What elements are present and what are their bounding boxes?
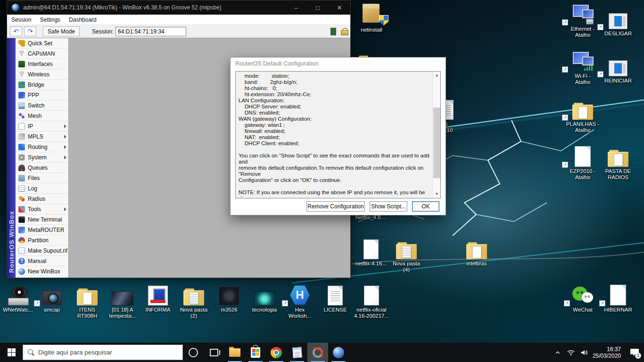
desktop-icon-netflix416[interactable]: netflix-4.16... [353, 237, 389, 267]
window-title: admin@64:D1:54:71:19:34 (MikroTik) - Win… [23, 4, 285, 11]
maximize-button[interactable]: □ [307, 0, 329, 15]
safe-mode-button[interactable]: Safe Mode [43, 26, 80, 36]
desktop-icon-wechat[interactable]: WeChat [565, 283, 601, 313]
desktop-icon-ezp2010[interactable]: EZP2010 - Atalho [563, 144, 603, 181]
remove-configuration-button[interactable]: Remove Configuration [306, 201, 365, 212]
minimize-button[interactable]: – [285, 0, 307, 15]
desktop-icon-netinstall[interactable]: netinstall [355, 3, 388, 33]
desktop-icon-intelbras[interactable]: intelbras [460, 237, 494, 267]
desktop-icon-label: Nova pasta (4) [389, 261, 423, 273]
sidebar-item-new-terminal[interactable]: New Terminal [16, 214, 68, 225]
session-input[interactable] [116, 27, 186, 36]
antenna-icon [18, 50, 25, 57]
desktop-icon-hex-workshop[interactable]: Hex Worksh... [283, 283, 317, 319]
undo-button[interactable]: ↶ [10, 26, 22, 36]
show-script-button[interactable]: Show Script... [370, 201, 407, 212]
sidebar-item-routing[interactable]: Routing [16, 142, 68, 152]
sidebar-item-ip[interactable]: IP [16, 121, 68, 132]
desktop-icon-label: Wi-Fi - Atalho [563, 73, 603, 85]
sidebar-item-interfaces[interactable]: Interfaces [16, 59, 68, 69]
desktop-icon-label: DESLIGAR [598, 31, 638, 37]
desktop-icon-nova-pasta-4[interactable]: Nova pasta (4) [389, 237, 423, 273]
window-titlebar[interactable]: admin@64:D1:54:71:19:34 (MikroTik) - Win… [7, 0, 350, 15]
desktop-icon-nova-pasta-2[interactable]: Nova pasta (2) [177, 283, 211, 319]
sidebar-item-queues[interactable]: Queues [16, 163, 68, 173]
lock-icon [341, 28, 347, 35]
desktop-icon-netflix-oficial[interactable]: netflix-oficial 4.16-200217... [353, 283, 390, 319]
folder-documents-icon [177, 283, 211, 305]
sidebar-item-new-winbox[interactable]: New WinBox [16, 266, 68, 277]
taskbar-active-app[interactable] [307, 343, 328, 362]
action-center-button[interactable]: 1 [625, 343, 644, 362]
desktop-icon-license[interactable]: LICENSE [318, 283, 352, 313]
redo-button[interactable]: ↷ [24, 26, 36, 36]
desktop-icon-reiniciar[interactable]: REINICIAR [598, 54, 638, 84]
sidebar-item-manual[interactable]: Manual [16, 256, 68, 266]
desktop-icon-m3526[interactable]: m3526 [212, 283, 246, 313]
taskbar-clock[interactable]: 16:37 25/03/2020 [591, 346, 625, 359]
clock-date: 25/03/2020 [593, 353, 621, 359]
desktop-icon-label: WeChat [565, 307, 601, 313]
start-button[interactable] [0, 343, 23, 362]
menu-dashboard[interactable]: Dashboard [65, 16, 101, 23]
shortcut-arrow-icon [599, 300, 605, 306]
desktop-icon-label: Ethernet - Atalho [563, 26, 603, 38]
sidebar-item-bridge[interactable]: Bridge [16, 80, 68, 90]
taskbar-winbox[interactable] [328, 343, 349, 362]
desktop-icon-wnetwatcher[interactable]: WNetWatc... [1, 283, 35, 313]
desktop-icon-wifi[interactable]: Wi-Fi - Atalho [563, 49, 603, 85]
desktop-icon-ethernet[interactable]: Ethernet - Atalho [563, 2, 603, 38]
desktop-icon-label: PLANILHAS - Atalho [563, 121, 603, 133]
desktop-icon-pasta-de-radios[interactable]: PASTA DE RADIOS [598, 144, 638, 181]
ok-button[interactable]: OK [412, 201, 439, 212]
desktop-icon-label: amcap [35, 307, 69, 313]
wifi-computer-icon [563, 49, 603, 72]
close-button[interactable]: ✕ [329, 0, 350, 15]
scrollbar[interactable]: ▲ ▼ [432, 72, 440, 198]
wifi-icon [567, 349, 575, 356]
sidebar-item-log[interactable]: Log [16, 183, 68, 194]
sidebar-item-capsman[interactable]: CAPsMAN [16, 49, 68, 59]
search-input[interactable] [38, 349, 178, 356]
desktop-icon-label: LICENSE [318, 307, 352, 313]
desktop-icon-tecnologia[interactable]: tecnologia [248, 283, 281, 313]
menu-session[interactable]: Session [7, 16, 36, 23]
sidebar-item-ppp[interactable]: PPP [16, 90, 68, 100]
tray-overflow-button[interactable] [551, 343, 564, 362]
taskbar-store[interactable] [245, 343, 266, 362]
taskbar-notepad[interactable] [287, 343, 307, 362]
desktop-icon-hibernar[interactable]: HIBERNAR [600, 283, 636, 313]
sidebar-item-metarouter[interactable]: MetaROUTER [16, 225, 68, 235]
desktop-icon-informa[interactable]: INFORMA [141, 283, 175, 313]
network-computer-icon [563, 2, 603, 25]
sidebar-item-make-supout[interactable]: Make Supout.rif [16, 246, 68, 256]
desktop-icon-label: tecnologia [248, 307, 281, 313]
sidebar-item-mesh[interactable]: Mesh [16, 111, 68, 121]
tray-wifi[interactable] [564, 343, 578, 362]
taskbar-file-explorer[interactable] [224, 343, 245, 362]
sidebar-item-system[interactable]: System [16, 152, 68, 163]
sidebar-item-tools[interactable]: Tools [16, 204, 68, 214]
scroll-down-icon[interactable]: ▼ [433, 190, 441, 198]
sidebar-item-files[interactable]: Files [16, 173, 68, 183]
scrollbar-thumb[interactable] [433, 107, 440, 178]
menu-settings[interactable]: Settings [36, 16, 65, 23]
desktop-icon-desligar[interactable]: DESLIGAR [598, 7, 638, 37]
desktop-icon-itens-rt908h[interactable]: ITENS RT908H [70, 283, 104, 319]
sidebar-item-mpls[interactable]: MPLS [16, 132, 68, 142]
cortana-button[interactable] [183, 343, 204, 362]
tray-volume[interactable] [578, 343, 591, 362]
taskbar-chrome[interactable] [266, 343, 287, 362]
sidebar-item-quick-set[interactable]: Quick Set [16, 38, 68, 49]
sidebar-item-partition[interactable]: Partition [16, 235, 68, 246]
desktop-icon-planilhas[interactable]: PLANILHAS - Atalho [563, 97, 603, 133]
scroll-up-icon[interactable]: ▲ [433, 72, 441, 79]
taskbar-search[interactable] [23, 345, 183, 360]
task-view-button[interactable] [204, 343, 224, 362]
hexagon-h-icon [283, 283, 317, 305]
sidebar-item-switch[interactable]: Switch [16, 100, 68, 111]
desktop-icon-tempesta[interactable]: [01 18] A tempesta... [106, 283, 140, 319]
sidebar-item-wireless[interactable]: Wireless [16, 69, 68, 80]
sidebar-item-radius[interactable]: Radius [16, 194, 68, 204]
desktop-icon-amcap[interactable]: amcap [35, 283, 69, 313]
